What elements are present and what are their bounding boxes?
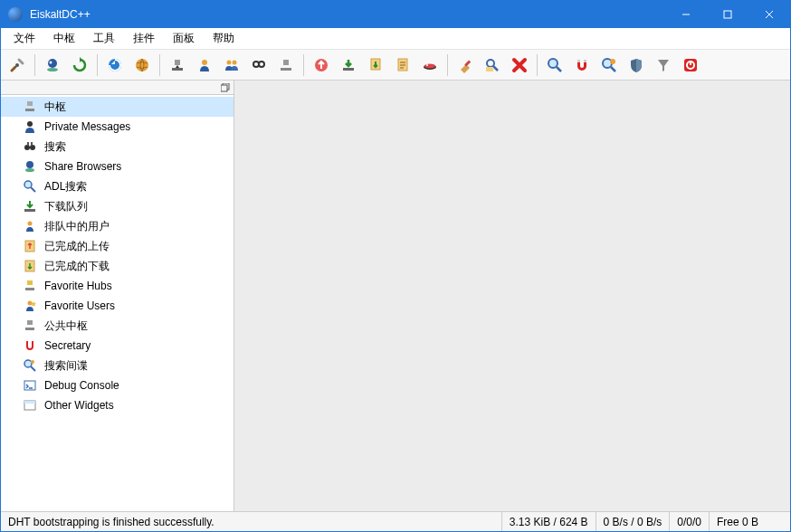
- svg-rect-40: [27, 142, 29, 146]
- svg-rect-8: [172, 68, 183, 71]
- sidebar-item-label: 已完成的上传: [44, 239, 110, 254]
- sidebar-item-3[interactable]: Share Browsers: [1, 157, 233, 176]
- svg-point-54: [24, 360, 32, 367]
- status-message: DHT bootstrapping is finished successful…: [1, 516, 501, 528]
- finished-download-icon[interactable]: [336, 52, 361, 78]
- svg-rect-7: [175, 60, 180, 65]
- window-title: EiskaltDC++: [30, 8, 665, 21]
- sidebar-item-15[interactable]: Other Widgets: [1, 395, 233, 415]
- menu-help[interactable]: 帮助: [204, 29, 243, 48]
- restore-icon[interactable]: [221, 83, 230, 92]
- sidebar-item-4[interactable]: ADL搜索: [1, 176, 233, 196]
- download-small-icon: [23, 199, 37, 214]
- svg-rect-50: [25, 288, 34, 290]
- public-hubs-icon[interactable]: [273, 52, 299, 78]
- sidebar-item-label: 已完成的下载: [44, 259, 110, 274]
- filter-icon[interactable]: [651, 52, 676, 78]
- sidebar-item-14[interactable]: Debug Console: [1, 375, 233, 395]
- menu-file[interactable]: 文件: [5, 29, 44, 48]
- svg-point-24: [487, 60, 494, 67]
- status-bar: DHT bootstrapping is finished successful…: [1, 511, 790, 531]
- adl-search-icon[interactable]: [480, 52, 505, 78]
- svg-rect-23: [464, 60, 471, 66]
- status-share: 3.13 KiB / 624 B: [501, 512, 596, 531]
- sidebar-item-2[interactable]: 搜索: [1, 137, 233, 157]
- sidebar-item-9[interactable]: Favorite Hubs: [1, 276, 233, 296]
- sidebar-item-12[interactable]: Secretary: [1, 336, 233, 356]
- download-folder-icon[interactable]: [363, 52, 388, 78]
- users-queue-small-icon: [23, 219, 37, 233]
- download-queue-icon[interactable]: [165, 52, 190, 78]
- search-spy-icon[interactable]: [246, 52, 272, 78]
- toolbar-separator: [97, 54, 98, 76]
- binoculars-small-icon: [23, 139, 37, 154]
- sidebar-item-label: Secretary: [44, 339, 91, 352]
- clear-icon[interactable]: [453, 52, 478, 78]
- sidebar-list: 中枢Private Messages搜索Share BrowsersADL搜索下…: [1, 95, 233, 511]
- search-spy2-icon[interactable]: [596, 52, 622, 78]
- svg-point-1: [15, 63, 19, 67]
- magnet-small-icon: [23, 338, 37, 353]
- sidebar-item-5[interactable]: 下载队列: [1, 196, 233, 216]
- svg-rect-0: [724, 11, 731, 18]
- sidebar-item-7[interactable]: 已完成的上传: [1, 236, 233, 256]
- hash-progress-icon[interactable]: [102, 52, 128, 78]
- hub-icon[interactable]: [417, 52, 443, 78]
- sidebar-item-label: Favorite Hubs: [44, 280, 112, 292]
- hub-small-icon: [23, 100, 37, 114]
- svg-rect-17: [343, 68, 354, 71]
- sidebar-item-6[interactable]: 排队中的用户: [1, 216, 233, 236]
- sidebar-item-label: Other Widgets: [44, 399, 114, 412]
- toolbar: [1, 50, 790, 81]
- svg-point-21: [424, 63, 435, 68]
- menu-widgets[interactable]: 挂件: [124, 29, 164, 48]
- svg-rect-58: [24, 401, 35, 404]
- search-icon[interactable]: [542, 52, 567, 78]
- svg-rect-45: [24, 209, 35, 212]
- svg-point-2: [47, 68, 58, 71]
- refresh-share-icon[interactable]: [67, 52, 92, 78]
- maximize-button[interactable]: [707, 1, 748, 28]
- toolbar-separator: [447, 54, 448, 76]
- sidebar-item-label: 下载队列: [44, 199, 88, 214]
- sidebar-item-label: 中枢: [44, 100, 66, 115]
- svg-point-43: [26, 161, 33, 168]
- quit-icon[interactable]: [678, 52, 703, 78]
- status-speed: 0 B/s / 0 B/s: [596, 512, 670, 531]
- sidebar-item-0[interactable]: 中枢: [1, 97, 233, 117]
- sidebar-item-10[interactable]: Favorite Users: [1, 296, 233, 316]
- title-bar: EiskaltDC++: [1, 1, 790, 28]
- folder-user-small-icon: [23, 159, 37, 174]
- svg-rect-15: [281, 68, 291, 71]
- fav-hub-small-icon: [23, 279, 37, 293]
- svg-rect-52: [27, 320, 33, 325]
- svg-point-55: [31, 360, 34, 364]
- globe-icon[interactable]: [129, 52, 155, 78]
- menu-panels[interactable]: 面板: [164, 29, 204, 48]
- svg-rect-53: [25, 328, 34, 330]
- close-button[interactable]: [748, 1, 790, 28]
- favorite-users-icon[interactable]: [192, 52, 217, 78]
- minimize-button[interactable]: [665, 1, 707, 28]
- menu-hub[interactable]: 中枢: [44, 29, 84, 48]
- users-queue-icon[interactable]: [219, 52, 244, 78]
- widgets-small-icon: [23, 398, 37, 413]
- svg-rect-25: [486, 67, 493, 71]
- finished-upload-icon[interactable]: [309, 52, 334, 78]
- menu-tools[interactable]: 工具: [84, 29, 124, 48]
- sidebar-item-label: Favorite Users: [44, 299, 115, 312]
- sidebar-item-13[interactable]: 搜索间谍: [1, 356, 233, 375]
- sidebar-item-1[interactable]: Private Messages: [1, 117, 233, 137]
- sidebar-item-11[interactable]: 公共中枢: [1, 316, 233, 336]
- magnet-icon[interactable]: [569, 52, 595, 78]
- svg-point-30: [610, 59, 615, 64]
- main-area: 中枢Private Messages搜索Share BrowsersADL搜索下…: [1, 81, 790, 511]
- sidebar-item-8[interactable]: 已完成的下载: [1, 256, 233, 276]
- open-file-icon[interactable]: [390, 52, 415, 78]
- own-filelist-icon[interactable]: [40, 52, 65, 78]
- svg-rect-49: [27, 280, 33, 285]
- settings-icon[interactable]: [5, 52, 30, 78]
- delete-icon[interactable]: [507, 52, 532, 78]
- svg-rect-27: [577, 60, 580, 62]
- shield-icon[interactable]: [624, 52, 649, 78]
